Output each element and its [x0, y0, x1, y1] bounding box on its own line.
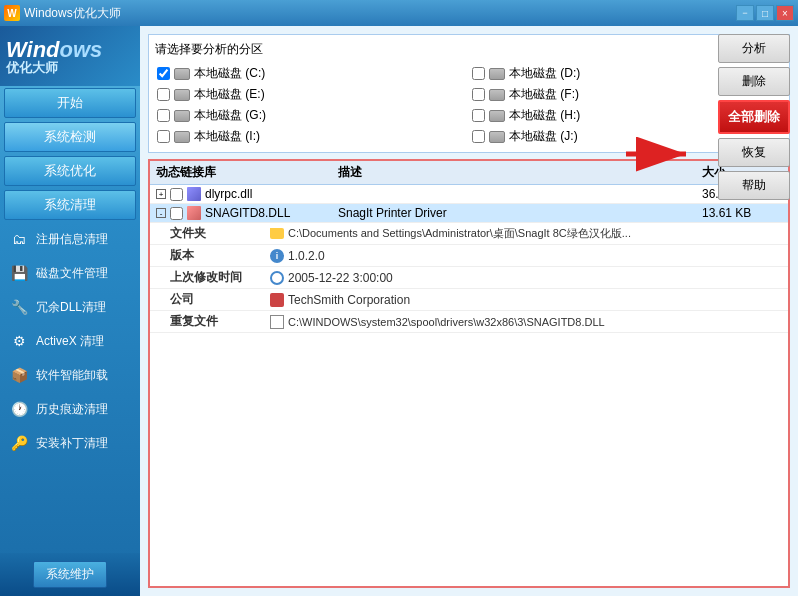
content-wrapper: 请选择要分析的分区 全选 本地磁盘 (C:) 本地磁盘 (D:) [148, 34, 790, 588]
app-icon: W [4, 5, 20, 21]
partition-label-i: 本地磁盘 (I:) [194, 128, 260, 145]
sidebar-item-history[interactable]: 🕐 历史痕迹清理 [0, 392, 140, 426]
dll-table-body: + dlyrpc.dll 36.00 KB - [150, 185, 788, 584]
logo-windows: Windows [6, 39, 102, 61]
sidebar-item-registry[interactable]: 🗂 注册信息清理 [0, 222, 140, 256]
history-icon: 🕐 [8, 398, 30, 420]
dll-table-header: 动态链接库 描述 大小 [150, 161, 788, 185]
analyze-button[interactable]: 分析 [718, 34, 790, 63]
partition-checkbox-e[interactable] [157, 88, 170, 101]
detail-label-path: 重复文件 [170, 313, 270, 330]
table-row-dll1[interactable]: + dlyrpc.dll 36.00 KB [150, 185, 788, 204]
sidebar-item-disk[interactable]: 💾 磁盘文件管理 [0, 256, 140, 290]
buttons-panel: 分析 删除 全部删除 恢复 帮助 [718, 34, 790, 200]
disk-icon-j [489, 131, 505, 143]
sidebar-btn-detect[interactable]: 系统检测 [4, 122, 136, 152]
partition-checkbox-g[interactable] [157, 109, 170, 122]
detail-label-company: 公司 [170, 291, 270, 308]
partition-checkbox-i[interactable] [157, 130, 170, 143]
partition-item-i: 本地磁盘 (I:) [155, 127, 468, 146]
sidebar-item-patch[interactable]: 🔑 安装补丁清理 [0, 426, 140, 460]
sidebar-item-label-uninstall: 软件智能卸载 [36, 367, 108, 384]
info-icon: i [270, 249, 284, 263]
partition-label-g: 本地磁盘 (G:) [194, 107, 266, 124]
partition-checkbox-j[interactable] [472, 130, 485, 143]
detail-text-folder: C:\Documents and Settings\Administrator\… [288, 226, 631, 241]
detail-row-company: 公司 TechSmith Corporation [150, 289, 788, 311]
sidebar-btn-clean[interactable]: 系统清理 [4, 190, 136, 220]
partition-item-e: 本地磁盘 (E:) [155, 85, 468, 104]
company-icon [270, 293, 284, 307]
detail-row-version: 版本 i 1.0.2.0 [150, 245, 788, 267]
detail-label-folder: 文件夹 [170, 225, 270, 242]
disk-mgr-icon: 💾 [8, 262, 30, 284]
dll-icon: 🔧 [8, 296, 30, 318]
dll-checkbox-2[interactable] [170, 207, 183, 220]
detail-text-path: C:\WINDOWS\system32\spool\drivers\w32x86… [288, 316, 605, 328]
sidebar-item-uninstall[interactable]: 📦 软件智能卸载 [0, 358, 140, 392]
folder-icon [270, 228, 284, 239]
dll-filename-1: dlyrpc.dll [205, 187, 252, 201]
partition-label-h: 本地磁盘 (H:) [509, 107, 580, 124]
expand-icon-1[interactable]: + [156, 189, 166, 199]
dll-desc-2: SnagIt Printer Driver [338, 206, 702, 220]
partition-checkbox-c[interactable] [157, 67, 170, 80]
partition-grid: 本地磁盘 (C:) 本地磁盘 (D:) 本地磁盘 (E:) [155, 64, 783, 146]
table-row-dll2[interactable]: - SNAGITD8.DLL SnagIt Printer Driver 13.… [150, 204, 788, 223]
detail-row-folder: 文件夹 C:\Documents and Settings\Administra… [150, 223, 788, 245]
disk-icon-h [489, 110, 505, 122]
logo-subtitle: 优化大师 [6, 61, 102, 74]
detail-value-time: 2005-12-22 3:00:00 [270, 271, 768, 285]
detail-text-company: TechSmith Corporation [288, 293, 410, 307]
path-icon [270, 315, 284, 329]
minimize-button[interactable]: － [736, 5, 754, 21]
partition-checkbox-h[interactable] [472, 109, 485, 122]
partition-title: 请选择要分析的分区 [155, 41, 263, 58]
partition-label-f: 本地磁盘 (F:) [509, 86, 579, 103]
partition-item-g: 本地磁盘 (G:) [155, 106, 468, 125]
disk-icon-f [489, 89, 505, 101]
partition-label-c: 本地磁盘 (C:) [194, 65, 265, 82]
detail-row-path: 重复文件 C:\WINDOWS\system32\spool\drivers\w… [150, 311, 788, 333]
delete-all-button[interactable]: 全部删除 [718, 100, 790, 134]
partition-checkbox-f[interactable] [472, 88, 485, 101]
file-icon-2 [187, 206, 201, 220]
help-button[interactable]: 帮助 [718, 171, 790, 200]
detail-text-version: 1.0.2.0 [288, 249, 325, 263]
partition-checkbox-d[interactable] [472, 67, 485, 80]
system-maintenance-button[interactable]: 系统维护 [33, 561, 107, 588]
dll-size-2: 13.61 KB [702, 206, 782, 220]
expand-icon-2[interactable]: - [156, 208, 166, 218]
restore-button[interactable]: 恢复 [718, 138, 790, 167]
sidebar-item-dll[interactable]: 🔧 冗余DLL清理 [0, 290, 140, 324]
sidebar-bottom: 系统维护 [0, 553, 140, 596]
title-bar-left: W Windows优化大师 [4, 5, 121, 22]
sidebar: Windows 优化大师 开始 系统检测 系统优化 系统清理 🗂 注册信息清理 … [0, 26, 140, 596]
dll-checkbox-1[interactable] [170, 188, 183, 201]
maximize-button[interactable]: □ [756, 5, 774, 21]
partition-label-d: 本地磁盘 (D:) [509, 65, 580, 82]
disk-icon-i [174, 131, 190, 143]
sidebar-btn-start[interactable]: 开始 [4, 88, 136, 118]
sidebar-item-label-dll: 冗余DLL清理 [36, 299, 106, 316]
detail-value-version: i 1.0.2.0 [270, 249, 768, 263]
title-controls: － □ × [736, 5, 794, 21]
detail-value-company: TechSmith Corporation [270, 293, 768, 307]
sidebar-btn-optimize[interactable]: 系统优化 [4, 156, 136, 186]
delete-button[interactable]: 删除 [718, 67, 790, 96]
sidebar-item-activex[interactable]: ⚙ ActiveX 清理 [0, 324, 140, 358]
partition-label-j: 本地磁盘 (J:) [509, 128, 578, 145]
close-button[interactable]: × [776, 5, 794, 21]
disk-icon-e [174, 89, 190, 101]
main-layout: Windows 优化大师 开始 系统检测 系统优化 系统清理 🗂 注册信息清理 … [0, 26, 798, 596]
file-icon-1 [187, 187, 201, 201]
sidebar-item-label-patch: 安装补丁清理 [36, 435, 108, 452]
sidebar-item-label-activex: ActiveX 清理 [36, 333, 104, 350]
detail-label-time: 上次修改时间 [170, 269, 270, 286]
title-bar: W Windows优化大师 － □ × [0, 0, 798, 26]
disk-icon-g [174, 110, 190, 122]
dll-name-1: + dlyrpc.dll [156, 187, 338, 201]
dll-table-section: 动态链接库 描述 大小 + dlyrpc.dll 36.00 [148, 159, 790, 588]
disk-icon-d [489, 68, 505, 80]
detail-value-path: C:\WINDOWS\system32\spool\drivers\w32x86… [270, 315, 768, 329]
